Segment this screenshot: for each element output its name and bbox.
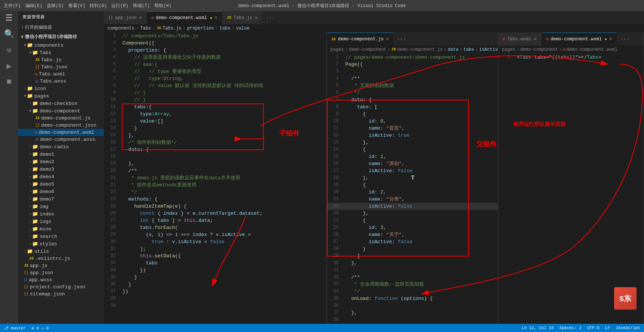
- window-title: demo-component.wxml - 微信小程序项目1存储路径 - Vis…: [238, 3, 406, 9]
- folder-styles[interactable]: › 📁 styles: [18, 240, 104, 248]
- code-lines-2: // pages/demo-component/demo-component.j…: [342, 54, 498, 324]
- folder-demo-radio[interactable]: › 📁 demo-radio: [18, 143, 104, 151]
- close-tab-icon[interactable]: ×: [255, 15, 258, 21]
- folder-demo-checkbox[interactable]: › 📁 demo-checkbox: [18, 100, 104, 107]
- project-section[interactable]: ∨ 微信小程序项目1存储路径: [18, 32, 104, 41]
- folder-mine[interactable]: › 📁 mine: [18, 225, 104, 233]
- folder-utils[interactable]: › 📁 utils: [18, 248, 104, 255]
- folder-demo-component[interactable]: ▼ 📁 demo-component: [18, 107, 104, 115]
- menu-goto[interactable]: 转到(G): [90, 3, 107, 9]
- file-eslintrc[interactable]: JS .eslintrc.js: [18, 255, 104, 262]
- folder-tabs[interactable]: ▼ 📁 Tabs: [18, 49, 104, 56]
- folder-index[interactable]: › 📁 index: [18, 210, 104, 218]
- folder-demo6[interactable]: › 📁 demo6: [18, 188, 104, 195]
- file-demo-comp-wxss[interactable]: ☵ demo-component.wxss: [18, 136, 104, 143]
- code-editor-2[interactable]: 12345 678910 1112131415 1617181920 21222…: [327, 54, 498, 324]
- main-container: ☰ 🔍 ⚒ ▶ ■ 资源管理器 › 打开的编辑器 ∨ 微信小程序项目1存储路径 …: [0, 11, 644, 324]
- folder-icon-sym: 📁: [32, 218, 38, 224]
- source-control-icon[interactable]: ⚒: [6, 45, 11, 55]
- close-tab-icon[interactable]: ×: [533, 36, 536, 42]
- folder-pages[interactable]: ▼ 📁 pages: [18, 92, 104, 100]
- close-tab-icon[interactable]: ×: [386, 36, 389, 42]
- file-tabs-js[interactable]: JS Tabs.js: [18, 56, 104, 63]
- folder-icon[interactable]: › 📁 icon: [18, 85, 104, 92]
- menu-edit[interactable]: 编辑(E): [25, 3, 43, 9]
- bc-dcwxml: demo-component.wxml: [566, 47, 617, 52]
- search-activity-icon[interactable]: 🔍: [4, 29, 14, 39]
- expand-icon: ›: [29, 102, 31, 106]
- more-tabs-button[interactable]: ···: [263, 11, 278, 24]
- tab-label: demo-component.wxml: [551, 37, 602, 42]
- folder-search[interactable]: › 📁 search: [18, 233, 104, 240]
- tab-demo-wxml2[interactable]: ⊞ demo-component.wxml ● ×: [542, 32, 617, 46]
- menu-bar[interactable]: 文件(F) 编辑(E) 选择(S) 查看(V) 转到(G) 运行(R) 终端(T…: [4, 3, 171, 9]
- item-label: Tabs: [40, 50, 51, 56]
- more-tabs-btn[interactable]: ···: [394, 32, 409, 46]
- json-icon: {}: [24, 292, 28, 296]
- tab-label: Tabs.wxml: [507, 37, 532, 42]
- folder-demo2[interactable]: › 📁 demo2: [18, 158, 104, 165]
- folder-img[interactable]: › 📁 img: [18, 203, 104, 210]
- expand-icon: ▼: [24, 94, 26, 98]
- bc-sep: ›: [345, 47, 348, 52]
- file-demo-comp-wxml[interactable]: ⊞ demo-component.wxml: [18, 129, 104, 136]
- menu-help[interactable]: 帮助(H): [154, 3, 171, 9]
- file-sitemap[interactable]: {} sitemap.json: [18, 291, 104, 298]
- expand-icon: ›: [24, 87, 26, 91]
- file-projectconfig[interactable]: {} project.config.json: [18, 283, 104, 291]
- tab-tabs-js[interactable]: JS Tabs.js ×: [222, 11, 263, 24]
- folder-demo1[interactable]: › 📁 demo1: [18, 151, 104, 158]
- file-demo-comp-js[interactable]: JS demo-component.js: [18, 115, 104, 122]
- folder-icon-sym: 📁: [32, 151, 38, 157]
- extensions-icon[interactable]: ■: [6, 77, 11, 87]
- folder-demo7[interactable]: › 📁 demo7: [18, 195, 104, 203]
- menu-select[interactable]: 选择(S): [47, 3, 64, 9]
- code-lines-3: <Tabs tabs="{{tabs}}"></Tabs>: [513, 54, 644, 324]
- folder-demo3[interactable]: › 📁 demo3: [18, 165, 104, 173]
- code-editor-3[interactable]: 1 <Tabs tabs="{{tabs}}"></Tabs> 程序运行所以显示…: [498, 54, 644, 324]
- folder-demo5[interactable]: › 📁 demo5: [18, 180, 104, 188]
- menu-terminal[interactable]: 终端(T): [133, 3, 150, 9]
- close-tab-icon[interactable]: ×: [214, 15, 217, 21]
- modified-dot2: ●: [605, 37, 607, 41]
- menu-file[interactable]: 文件(F): [4, 3, 21, 9]
- item-label: .eslintrc.js: [35, 256, 70, 261]
- close-tab-icon[interactable]: ×: [139, 15, 142, 21]
- file-tabs-json[interactable]: {} Tabs.json: [18, 63, 104, 71]
- tab-demo-comp-js[interactable]: JS demo-component.js ×: [327, 32, 394, 46]
- tab-appjson[interactable]: {} app.json ×: [104, 11, 147, 24]
- folder-logs[interactable]: › 📁 logs: [18, 218, 104, 225]
- file-appjson[interactable]: {} app.json: [18, 269, 104, 276]
- folder-components[interactable]: ▼ 📁 components: [18, 41, 104, 49]
- item-label: icon: [34, 86, 46, 91]
- folder-demo4[interactable]: › 📁 demo4: [18, 173, 104, 180]
- item-label: demo-checkbox: [40, 101, 77, 106]
- explorer-icon[interactable]: ☰: [5, 13, 13, 23]
- tab-label: app.json: [115, 15, 137, 21]
- open-editors-section[interactable]: › 打开的编辑器: [18, 23, 104, 32]
- item-label: mine: [40, 226, 51, 232]
- folder-icon-sym: 📁: [32, 174, 38, 180]
- tab-demo-comp-wxml[interactable]: ⊞ demo-component.wxml ● ×: [147, 11, 222, 24]
- tab-tabs-wxml[interactable]: ⊞ Tabs.wxml ×: [498, 32, 542, 46]
- more-tabs-btn[interactable]: ···: [617, 32, 632, 46]
- item-label: demo1: [40, 152, 54, 157]
- wxml-file-icon: ⊞: [151, 16, 154, 20]
- file-tabs-wxml[interactable]: ⊞ Tabs.wxml: [18, 71, 104, 78]
- item-label: components: [34, 43, 64, 48]
- file-demo-comp-json[interactable]: {} demo-component.json: [18, 122, 104, 129]
- debug-icon[interactable]: ▶: [6, 61, 11, 71]
- folder-icon-sym: 📁: [32, 211, 38, 217]
- close-tab-icon[interactable]: ×: [609, 36, 612, 42]
- bc-tabs: tabs: [463, 47, 474, 52]
- expand-icon: ›: [29, 220, 31, 224]
- line-numbers-2: 12345 678910 1112131415 1617181920 21222…: [327, 54, 342, 324]
- file-tabs-wxss[interactable]: ☵ Tabs.wxss: [18, 78, 104, 85]
- code-content-3: 1 <Tabs tabs="{{tabs}}"></Tabs>: [498, 54, 644, 324]
- code-editor-1[interactable]: 12345 678910 1112131415 1617181920 21222…: [104, 32, 326, 324]
- file-tree: ▼ 📁 components ▼ 📁 Tabs JS Tabs.js {} Ta…: [18, 41, 104, 324]
- menu-run[interactable]: 运行(R): [111, 3, 129, 9]
- menu-view[interactable]: 查看(V): [68, 3, 86, 9]
- file-appjs[interactable]: JS app.js: [18, 262, 104, 269]
- file-appwxss[interactable]: ☵ app.wxss: [18, 276, 104, 283]
